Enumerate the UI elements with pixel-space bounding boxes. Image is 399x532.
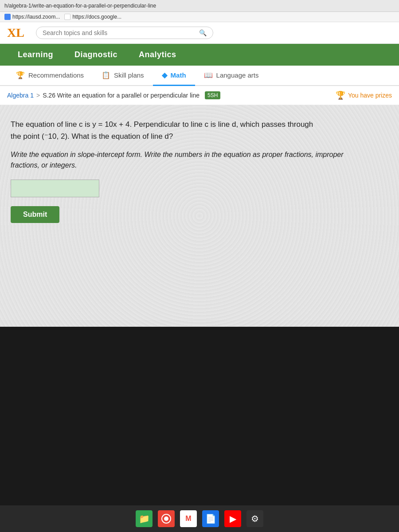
bookmark-zoom-label: https://lausd.zoom...: [12, 14, 60, 20]
tab-skill-plans[interactable]: 📋 Skill plans: [93, 66, 153, 86]
bookmark-zoom[interactable]: https://lausd.zoom...: [4, 14, 60, 20]
svg-point-1: [164, 516, 168, 521]
breadcrumb-left: Algebra 1 > S.26 Write an equation for a…: [7, 91, 220, 99]
content-area: The equation of line c is y = 10x + 4. P…: [0, 105, 399, 327]
search-bar[interactable]: 🔍: [36, 27, 213, 39]
chrome-icon[interactable]: [158, 510, 175, 527]
math-icon: ◆: [162, 71, 167, 79]
trophy-icon: 🏆: [336, 90, 345, 100]
search-input[interactable]: [43, 29, 196, 36]
nav-bar: Learning Diagnostic Analytics: [0, 44, 399, 66]
breadcrumb-bar: Algebra 1 > S.26 Write an equation for a…: [0, 86, 399, 105]
nav-diagnostic[interactable]: Diagnostic: [64, 44, 128, 66]
xl-logo[interactable]: XL: [7, 26, 24, 40]
docs-icon[interactable]: 📄: [202, 510, 219, 527]
question-line1: The equation of line c is y = 10x + 4. P…: [11, 120, 313, 129]
breadcrumb-separator: >: [36, 92, 40, 99]
files-icon[interactable]: 📁: [136, 510, 153, 527]
gmail-icon[interactable]: M: [180, 510, 197, 527]
question-line2: the point (⁻10, 2). What is the equation…: [11, 132, 173, 141]
breadcrumb-subject[interactable]: Algebra 1: [7, 92, 34, 99]
tabs-bar: 🏆 Recommendations 📋 Skill plans ◆ Math 📖…: [0, 66, 399, 86]
tab-recommendations-label: Recommendations: [28, 71, 84, 79]
youtube-icon[interactable]: ▶: [224, 510, 241, 527]
skill-badge: 5SH: [205, 91, 220, 99]
tab-language-arts-label: Language arts: [216, 71, 259, 79]
tab-language-arts[interactable]: 📖 Language arts: [195, 66, 268, 86]
url-text: h/algebra-1/write-an-equation-for-a-para…: [4, 3, 395, 9]
settings-icon[interactable]: ⚙: [246, 510, 263, 527]
tab-math[interactable]: ◆ Math: [153, 66, 195, 86]
docs-favicon: [64, 14, 70, 20]
answer-input[interactable]: [11, 180, 99, 197]
breadcrumb-skill: S.26 Write an equation for a parallel or…: [43, 92, 200, 99]
tab-recommendations[interactable]: 🏆 Recommendations: [7, 66, 93, 86]
zoom-favicon: [4, 14, 11, 20]
submit-button[interactable]: Submit: [11, 206, 59, 223]
nav-learning[interactable]: Learning: [7, 44, 64, 66]
prizes-button[interactable]: 🏆 You have prizes: [336, 90, 392, 100]
instruction-text: Write the equation in slope-intercept fo…: [11, 149, 356, 171]
prizes-label: You have prizes: [348, 92, 392, 99]
bookmark-docs-label: https://docs.google...: [72, 14, 121, 20]
language-arts-icon: 📖: [204, 71, 213, 79]
nav-analytics[interactable]: Analytics: [128, 44, 187, 66]
tab-math-label: Math: [171, 71, 186, 79]
ixl-app: XL 🔍 Learning Diagnostic Analytics 🏆 Rec…: [0, 22, 399, 327]
url-bar: h/algebra-1/write-an-equation-for-a-para…: [0, 0, 399, 12]
bookmark-google-docs[interactable]: https://docs.google...: [64, 14, 121, 20]
question-text: The equation of line c is y = 10x + 4. P…: [11, 118, 356, 142]
top-bar: XL 🔍: [0, 22, 399, 44]
question-block: The equation of line c is y = 10x + 4. P…: [11, 118, 356, 223]
tab-skill-plans-label: Skill plans: [114, 71, 144, 79]
skill-plans-icon: 📋: [102, 71, 110, 79]
bookmarks-bar: https://lausd.zoom... https://docs.googl…: [0, 12, 399, 22]
recommendations-icon: 🏆: [16, 71, 25, 79]
taskbar: 📁 M 📄 ▶ ⚙: [0, 505, 399, 532]
search-icon: 🔍: [199, 29, 207, 36]
